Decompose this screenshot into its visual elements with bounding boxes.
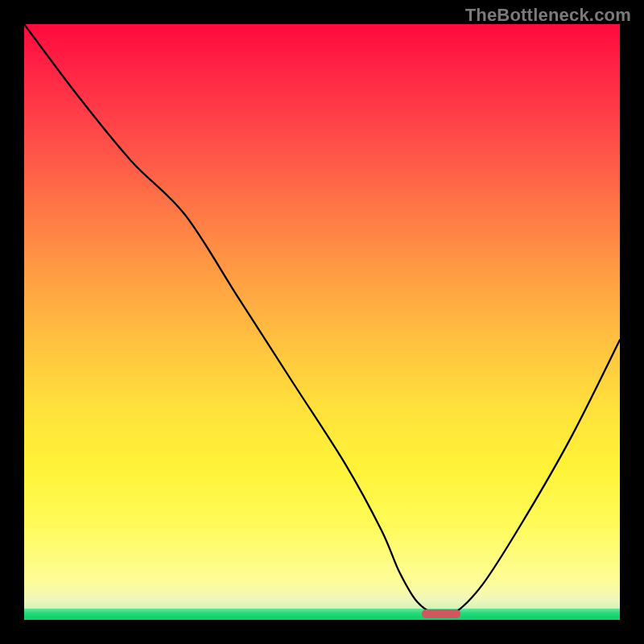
green-bottom-strip — [24, 609, 620, 620]
pale-yellow-band — [24, 580, 620, 609]
background-gradient — [24, 24, 620, 580]
plot-area — [24, 24, 620, 620]
watermark-text: TheBottleneck.com — [465, 5, 631, 26]
minimum-marker — [422, 609, 460, 617]
chart-frame: TheBottleneck.com — [0, 0, 644, 644]
